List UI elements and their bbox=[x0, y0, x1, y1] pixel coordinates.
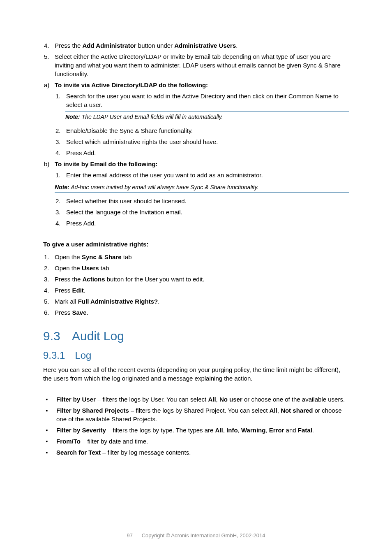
text-bold: Fatal bbox=[298, 427, 312, 434]
list-text: Press the Actions button for the User yo… bbox=[55, 275, 349, 283]
text: . bbox=[236, 42, 238, 49]
list-item: 4. Press Add. bbox=[55, 149, 349, 157]
text-bold: Error bbox=[269, 427, 284, 434]
list-item: 1. Search for the user you want to add i… bbox=[55, 92, 349, 109]
bullet-icon: ▪ bbox=[43, 437, 56, 446]
list-text: Select the language of the Invitation em… bbox=[66, 208, 349, 216]
bullet-icon: ▪ bbox=[43, 395, 56, 404]
text-bold: Save bbox=[72, 309, 87, 316]
list-marker: 2. bbox=[43, 264, 55, 272]
bullet-icon: ▪ bbox=[43, 448, 56, 457]
text: Press the bbox=[55, 276, 83, 283]
note-text: The LDAP User and Email fields will fill… bbox=[80, 114, 223, 120]
text: tab bbox=[122, 253, 132, 260]
note-box: Note: The LDAP User and Email fields wil… bbox=[65, 111, 349, 122]
list-text: Open the Sync & Share tab bbox=[55, 253, 349, 261]
sub-list: 1. Search for the user you want to add i… bbox=[55, 92, 349, 157]
section-title: To give a user administrative rights: bbox=[43, 240, 349, 248]
list-item: 3. Select which administrative rights th… bbox=[55, 137, 349, 146]
bullet-text: Filter by Severity – filters the logs by… bbox=[56, 426, 349, 434]
text-bold: Not shared bbox=[281, 407, 313, 414]
text-bold: All bbox=[208, 396, 216, 403]
list-item: 4. Press the Add Administrator button un… bbox=[43, 41, 349, 50]
list-item: 2. Select whether this user should be li… bbox=[55, 197, 349, 205]
bullet-icon: ▪ bbox=[43, 406, 56, 423]
bullet-text: From/To – filter by date and time. bbox=[56, 437, 349, 446]
text: . bbox=[312, 427, 314, 434]
bullet-text: Filter by User – filters the logs by Use… bbox=[56, 395, 349, 404]
text-bold: Users bbox=[82, 265, 99, 272]
list-text-bold: To invite via Active Directory/LDAP do t… bbox=[55, 81, 349, 89]
text: Mark all bbox=[55, 298, 78, 305]
text-bold: Edit bbox=[72, 287, 84, 294]
list-text-bold: To invite by Email do the following: bbox=[55, 160, 349, 168]
text: Press bbox=[55, 287, 72, 294]
text-bold: Full Administrative Rights? bbox=[78, 298, 158, 305]
document-page: 4. Press the Add Administrator button un… bbox=[0, 0, 392, 555]
text: Press bbox=[55, 309, 72, 316]
text: Press the bbox=[55, 42, 83, 49]
text-bold: Filter by User bbox=[56, 396, 96, 403]
list-marker: 1. bbox=[55, 92, 66, 109]
list-item: 1. Open the Sync & Share tab bbox=[43, 253, 349, 261]
text: , bbox=[238, 427, 241, 434]
list-marker: 6. bbox=[43, 308, 55, 317]
list-item: 2. Enable/Disable the Sync & Share funct… bbox=[55, 126, 349, 135]
text-bold: Info bbox=[226, 427, 238, 434]
text-bold: Filter by Shared Projects bbox=[56, 407, 129, 414]
spacer bbox=[43, 387, 349, 395]
list-marker: 4. bbox=[55, 219, 66, 228]
heading-9-3-1: 9.3.1 Log bbox=[43, 350, 349, 361]
page-footer: 97 Copyright © Acronis International Gmb… bbox=[0, 532, 392, 539]
text: Open the bbox=[55, 265, 82, 272]
list-text: Search for the user you want to add in t… bbox=[66, 92, 349, 109]
text-bold: All bbox=[270, 407, 277, 414]
list-marker: 2. bbox=[55, 126, 66, 135]
text: . bbox=[84, 287, 85, 294]
list-item: b) To invite by Email do the following: bbox=[43, 160, 349, 168]
text-bold: From/To bbox=[56, 438, 81, 445]
text: , bbox=[277, 407, 281, 414]
list-text: Press the Add Administrator button under… bbox=[55, 41, 349, 50]
text: , bbox=[216, 396, 219, 403]
list-marker: 3. bbox=[55, 208, 66, 216]
list-item: 1. Enter the email address of the user y… bbox=[55, 171, 349, 179]
paragraph: Here you can see all of the recent event… bbox=[43, 365, 349, 383]
copyright-text: Copyright © Acronis International GmbH, … bbox=[142, 532, 265, 539]
note-label: Note: bbox=[65, 114, 80, 120]
text: – filters the logs by User. You can sele… bbox=[96, 396, 208, 403]
text-bold: Filter by Severity bbox=[56, 427, 106, 434]
list-marker: 4. bbox=[43, 286, 55, 295]
list-marker: 3. bbox=[55, 137, 66, 146]
text: tab bbox=[99, 265, 109, 272]
sub-list: 1. Enter the email address of the user y… bbox=[55, 171, 349, 228]
heading-9-3: 9.3 Audit Log bbox=[43, 329, 349, 343]
list-text: Select whether this user should be licen… bbox=[66, 197, 349, 205]
list-marker: 1. bbox=[55, 171, 66, 179]
text: – filters the logs by type. The types ar… bbox=[106, 427, 215, 434]
text: – filter by log message contents. bbox=[101, 449, 191, 456]
list-marker: 4. bbox=[55, 149, 66, 157]
text: button for the User you want to edit. bbox=[105, 276, 205, 283]
note-text: Ad-hoc users invited by email will alway… bbox=[69, 184, 259, 190]
list-item: 3. Select the language of the Invitation… bbox=[55, 208, 349, 216]
bullet-item: ▪ Filter by Severity – filters the logs … bbox=[43, 426, 349, 434]
text-bold: Sync & Share bbox=[82, 253, 122, 260]
list-text: Select which administrative rights the u… bbox=[66, 137, 349, 146]
list-text: Press Add. bbox=[66, 149, 349, 157]
note-wrap: Note: The LDAP User and Email fields wil… bbox=[65, 111, 349, 122]
list-marker: 3. bbox=[43, 275, 55, 283]
list-marker: 1. bbox=[43, 253, 55, 261]
text: – filter by date and time. bbox=[81, 438, 148, 445]
list-text: Select either the Active Directory/LDAP … bbox=[55, 52, 349, 78]
list-item: 6. Press Save. bbox=[43, 308, 349, 317]
bullet-item: ▪ From/To – filter by date and time. bbox=[43, 437, 349, 446]
list-text: Mark all Full Administrative Rights?. bbox=[55, 297, 349, 306]
list-item: 5. Mark all Full Administrative Rights?. bbox=[43, 297, 349, 306]
list-item: 4. Press Edit. bbox=[43, 286, 349, 295]
text: and bbox=[284, 427, 297, 434]
text: , bbox=[223, 427, 226, 434]
text: , bbox=[265, 427, 269, 434]
list-text: Enable/Disable the Sync & Share function… bbox=[66, 126, 349, 135]
bullet-icon: ▪ bbox=[43, 426, 56, 434]
